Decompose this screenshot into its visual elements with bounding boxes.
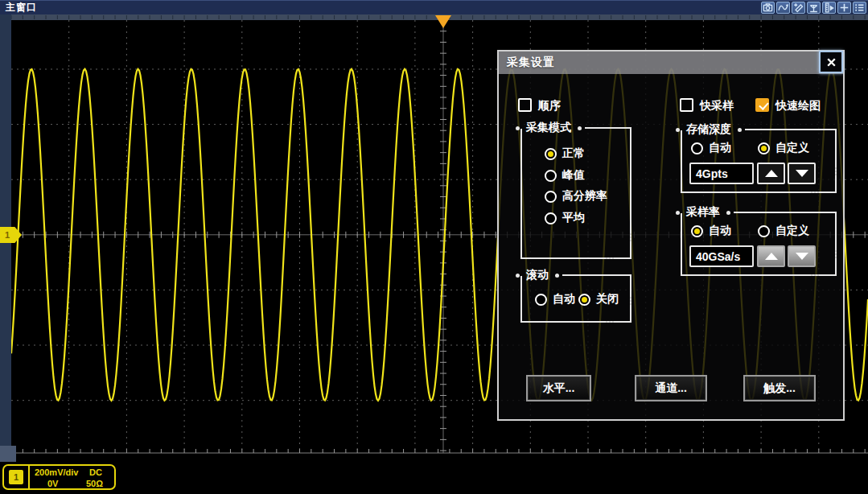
resize-grip[interactable]: [623, 250, 631, 259]
channel1-scale: 200mV/div: [35, 467, 78, 477]
radio-label[interactable]: 自动: [553, 292, 575, 307]
sample-rate-increase-button: [757, 245, 785, 267]
legend-dot: [676, 211, 680, 215]
sample-rate-legend: 采样率: [676, 205, 730, 220]
radio-label[interactable]: 高分辨率: [562, 189, 607, 204]
memory-depth-legend: 存储深度: [676, 122, 742, 137]
legend-dot: [516, 126, 520, 130]
radio-icon[interactable]: [578, 294, 590, 306]
radio-label[interactable]: 自定义: [775, 224, 809, 238]
sample-rate-legend-text: 采样率: [686, 205, 720, 220]
memory-depth-custom-radio[interactable]: 自定义: [758, 141, 809, 155]
dialog-title: 采集设置: [507, 56, 555, 70]
titlebar-toolbar: [761, 2, 866, 14]
arrow-down-icon: [796, 253, 808, 260]
radio-icon[interactable]: [545, 170, 557, 182]
sequence-checkbox[interactable]: [518, 98, 532, 112]
fast-acquire-checkbox[interactable]: [680, 98, 693, 112]
camera-icon[interactable]: [761, 2, 775, 14]
dialog-header[interactable]: 采集设置: [499, 51, 843, 74]
ruler-icon[interactable]: [822, 2, 836, 14]
group-border-line: [734, 212, 837, 213]
channel1-impedance: 50Ω: [86, 479, 103, 488]
roll-auto-radio[interactable]: 自动: [535, 292, 575, 307]
list-icon[interactable]: [853, 2, 866, 14]
fast-plot-checkbox-label[interactable]: 快速绘图: [775, 99, 821, 113]
radio-icon[interactable]: [691, 142, 703, 154]
group-border-line: [585, 127, 631, 129]
radio-label[interactable]: 平均: [562, 211, 585, 225]
plus-icon[interactable]: [837, 2, 851, 14]
roll-legend: 滚动: [516, 268, 559, 282]
acq-mode-peak-radio[interactable]: 峰值: [545, 168, 585, 183]
group-border-line: [562, 274, 631, 276]
roll-legend-text: 滚动: [526, 268, 549, 282]
legend-dot: [676, 128, 680, 132]
roll-group: 滚动 自动 关闭: [520, 276, 631, 323]
sample-rate-group: 采样率 自动 自定义 40GSa/s: [681, 213, 837, 276]
title-bar: 主窗口: [0, 0, 868, 14]
trigger-settings-button[interactable]: 触发...: [743, 375, 816, 401]
roll-off-radio[interactable]: 关闭: [578, 292, 619, 307]
arrow-up-icon: [765, 170, 778, 177]
resize-grip[interactable]: [828, 184, 837, 193]
radio-icon[interactable]: [535, 294, 547, 306]
radio-icon[interactable]: [758, 225, 770, 237]
acq-mode-group: 采集模式 正常 峰值 高分辨率 平均: [520, 129, 631, 259]
memory-depth-group: 存储深度 自动 自定义 4Gpts: [681, 130, 837, 193]
sequence-checkbox-label[interactable]: 顺序: [538, 99, 561, 113]
arrow-down-icon: [796, 170, 808, 177]
radio-label[interactable]: 关闭: [596, 292, 619, 307]
antenna-icon[interactable]: [807, 2, 821, 14]
group-border-line: [745, 129, 837, 130]
radio-icon[interactable]: [758, 142, 770, 154]
sample-rate-decrease-button: [788, 245, 816, 267]
memory-depth-value-field[interactable]: 4Gpts: [689, 163, 754, 184]
sample-rate-auto-radio[interactable]: 自动: [691, 224, 731, 238]
sample-rate-custom-radio[interactable]: 自定义: [758, 224, 809, 238]
waveform-swap-icon[interactable]: [776, 2, 790, 14]
resize-grip[interactable]: [623, 314, 631, 323]
channel-settings-button[interactable]: 通道...: [635, 375, 707, 401]
channel1-readouts: 200mV/div DC 0V 50Ω: [30, 466, 114, 488]
radio-icon[interactable]: [545, 212, 557, 224]
channel1-badge-number-cell: 1: [4, 466, 30, 488]
channel1-offset: 0V: [47, 479, 58, 488]
legend-dot: [738, 128, 742, 132]
acquisition-settings-dialog: 采集设置 顺序 快采样 快速绘图 采集模式 正常 峰值: [497, 50, 845, 421]
legend-dot: [516, 274, 520, 278]
radio-label[interactable]: 峰值: [562, 168, 585, 183]
acq-mode-hires-radio[interactable]: 高分辨率: [545, 189, 607, 204]
bottom-left-corner-tab[interactable]: [0, 446, 16, 462]
close-button[interactable]: [819, 51, 843, 73]
radio-icon[interactable]: [691, 225, 703, 237]
fast-acquire-checkbox-label[interactable]: 快采样: [700, 99, 734, 113]
acq-mode-legend-text: 采集模式: [526, 121, 571, 135]
radio-label[interactable]: 自动: [709, 141, 731, 155]
legend-dot: [555, 274, 559, 278]
sample-rate-value-field[interactable]: 40GSa/s: [689, 245, 754, 267]
legend-dot: [726, 211, 730, 215]
radio-icon[interactable]: [545, 148, 557, 160]
radio-label[interactable]: 自定义: [775, 141, 809, 155]
channel1-badge[interactable]: 1 200mV/div DC 0V 50Ω: [2, 464, 116, 490]
radio-label[interactable]: 自动: [709, 224, 731, 238]
memory-depth-decrease-button[interactable]: [788, 163, 816, 184]
annotate-icon[interactable]: [792, 2, 805, 14]
fast-plot-checkbox[interactable]: [755, 98, 769, 112]
acq-mode-normal-radio[interactable]: 正常: [545, 146, 585, 161]
channel1-number: 1: [9, 470, 23, 484]
acq-mode-legend: 采集模式: [516, 121, 582, 135]
horizontal-settings-button[interactable]: 水平...: [526, 375, 591, 401]
resize-grip[interactable]: [828, 267, 837, 276]
window-title: 主窗口: [6, 1, 37, 14]
memory-depth-increase-button[interactable]: [757, 163, 785, 184]
oscilloscope-main-window: 主窗口: [0, 0, 868, 494]
channel1-marker-label: 1: [5, 230, 10, 240]
memory-depth-legend-text: 存储深度: [686, 122, 731, 137]
acq-mode-average-radio[interactable]: 平均: [545, 211, 585, 225]
radio-icon[interactable]: [545, 191, 557, 203]
radio-label[interactable]: 正常: [562, 146, 585, 161]
close-icon: [825, 56, 837, 68]
memory-depth-auto-radio[interactable]: 自动: [691, 141, 731, 155]
